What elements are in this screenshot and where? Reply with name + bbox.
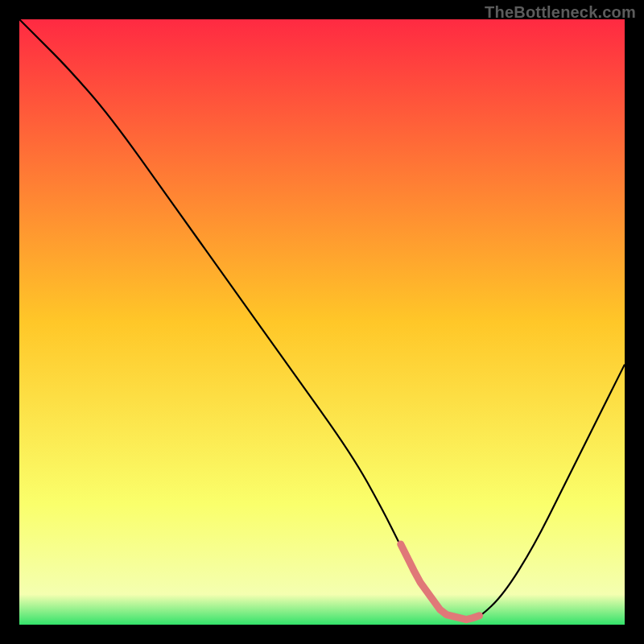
chart-container: TheBottleneck.com — [0, 0, 644, 644]
watermark-text: TheBottleneck.com — [485, 3, 636, 22]
chart-svg — [19, 19, 625, 625]
plot-area — [19, 19, 625, 625]
gradient-background — [19, 19, 625, 625]
